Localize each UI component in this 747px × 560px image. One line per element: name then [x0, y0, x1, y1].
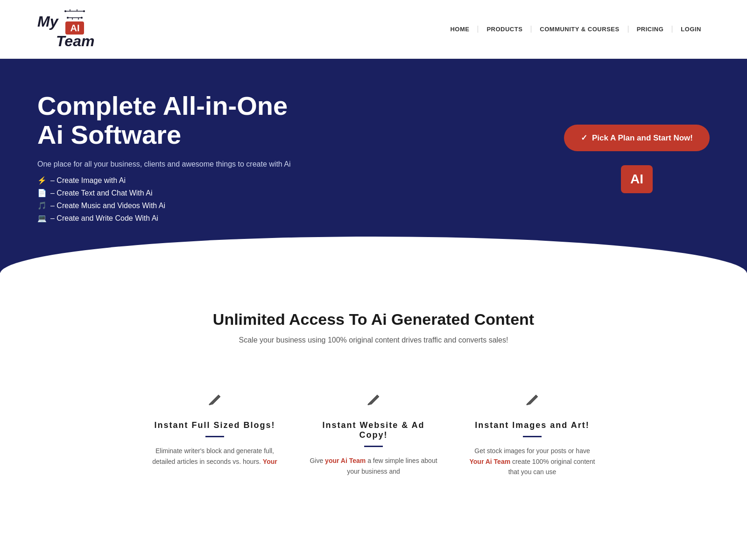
logo-my: My: [37, 13, 58, 30]
feature-code: 💻 – Create and Write Code With Ai: [37, 214, 317, 223]
website-title: Instant Website & Ad Copy!: [308, 420, 439, 440]
feature-text-1: – Create Image with Ai: [50, 176, 126, 185]
logo: My AI: [37, 8, 94, 50]
feature-image: ⚡ – Create Image with Ai: [37, 176, 317, 185]
cta-button-label: Pick A Plan and Start Now!: [592, 133, 693, 143]
pick-plan-button[interactable]: ✓ Pick A Plan and Start Now!: [564, 125, 710, 151]
website-highlight: your Ai Team: [325, 457, 366, 464]
images-divider: [523, 436, 542, 437]
checkmark-icon: ✓: [581, 133, 587, 143]
nav-community[interactable]: COMMUNITY & COURSES: [531, 26, 628, 33]
feature-icon-3: 🎵: [37, 201, 47, 210]
hero-section: Complete All-in-One Ai Software One plac…: [0, 59, 747, 273]
svg-point-1: [64, 10, 66, 12]
blogs-highlight: Your: [263, 458, 277, 465]
svg-point-2: [83, 10, 85, 12]
nav-products[interactable]: PRODUCTS: [478, 26, 531, 33]
blogs-title: Instant Full Sized Blogs!: [149, 420, 280, 430]
feature-icon-2: 📄: [37, 189, 47, 197]
feature-icon-4: 💻: [37, 214, 47, 223]
unlimited-subtitle: Scale your business using 100% original …: [37, 336, 710, 344]
website-desc: Give your Ai Team a few simple lines abo…: [308, 455, 439, 476]
feature-music: 🎵 – Create Music and Videos With Ai: [37, 201, 317, 210]
images-highlight: Your Ai Team: [470, 458, 511, 465]
blogs-icon: [149, 391, 280, 412]
card-images: Instant Images and Art! Get stock images…: [467, 391, 598, 477]
card-blogs: Instant Full Sized Blogs! Eliminate writ…: [149, 391, 280, 477]
nav-home[interactable]: HOME: [442, 26, 478, 33]
header: My AI: [0, 0, 747, 59]
hero-features: ⚡ – Create Image with Ai 📄 – Create Text…: [37, 176, 317, 223]
svg-point-7: [81, 17, 83, 19]
hero-cta-area: ✓ Pick A Plan and Start Now! AI: [564, 125, 710, 193]
hero-title: Complete All-in-One Ai Software: [37, 91, 317, 149]
hero-content: Complete All-in-One Ai Software One plac…: [37, 91, 317, 226]
website-divider: [364, 446, 383, 447]
svg-point-6: [67, 17, 69, 19]
nav-pricing[interactable]: PRICING: [628, 26, 673, 33]
feature-text-2: – Create Text and Chat With Ai: [50, 189, 152, 197]
blogs-divider: [205, 436, 224, 437]
images-desc: Get stock images for your posts or have …: [467, 446, 598, 477]
feature-text: 📄 – Create Text and Chat With Ai: [37, 189, 317, 197]
feature-text-4: – Create and Write Code With Ai: [50, 214, 158, 223]
unlimited-title: Unlimited Access To Ai Generated Content: [37, 310, 710, 329]
feature-text-3: – Create Music and Videos With Ai: [50, 202, 165, 210]
feature-icon-1: ⚡: [37, 176, 47, 185]
nav-login[interactable]: LOGIN: [672, 26, 710, 33]
logo-team: Team: [56, 33, 94, 50]
images-title: Instant Images and Art!: [467, 420, 598, 430]
unlimited-section: Unlimited Access To Ai Generated Content…: [0, 273, 747, 391]
navigation: HOME PRODUCTS COMMUNITY & COURSES PRICIN…: [442, 26, 710, 33]
hero-subtitle: One place for all your business, clients…: [37, 160, 317, 168]
hero-ai-badge: AI: [621, 165, 653, 193]
website-icon: [308, 391, 439, 412]
circuit-icon: [61, 8, 89, 21]
images-icon: [467, 391, 598, 412]
card-website: Instant Website & Ad Copy! Give your Ai …: [308, 391, 439, 477]
cards-row: Instant Full Sized Blogs! Eliminate writ…: [0, 391, 747, 505]
blogs-desc: Eliminate writer's block and generate fu…: [149, 446, 280, 467]
